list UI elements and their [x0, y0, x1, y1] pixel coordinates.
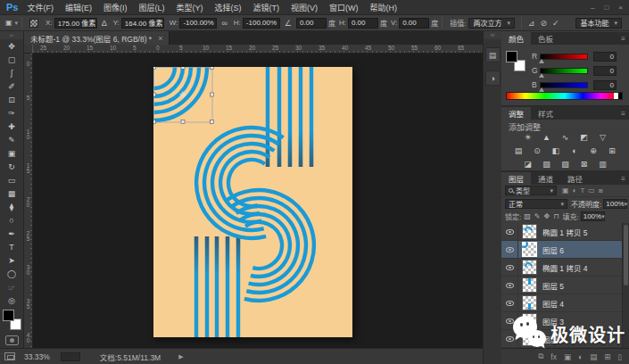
scrollbar-thumb[interactable] — [624, 225, 628, 285]
toolbox-collapse-icon[interactable]: ›› — [0, 31, 23, 39]
color-lookup-icon[interactable]: ⊞ — [606, 145, 618, 156]
clone-stamp-tool[interactable]: ▣ — [0, 146, 23, 160]
layer-row[interactable]: 图层 4 — [501, 294, 622, 312]
layer-thumbnail[interactable] — [522, 260, 537, 275]
filter-pixel-layers-icon[interactable]: ▣ — [562, 186, 569, 195]
layer-visibility-eye-icon[interactable] — [506, 283, 514, 288]
adjustment-layer-icon[interactable]: ◐ — [578, 352, 583, 361]
dodge-tool[interactable]: ○ — [0, 213, 23, 227]
filter-adjustment-layers-icon[interactable]: ◐ — [573, 186, 577, 195]
layer-thumbnail[interactable] — [522, 277, 537, 293]
opacity-value[interactable]: 100%▾ — [603, 199, 627, 209]
document-tab[interactable]: 未标题-1 @ 33.3%(图层 6, RGB/8) * × — [24, 31, 170, 45]
channel-slider[interactable] — [540, 54, 588, 60]
slider-thumb[interactable] — [539, 87, 544, 92]
layer-visibility-eye-icon[interactable] — [506, 318, 514, 324]
move-tool[interactable]: ✥ — [0, 39, 23, 53]
menu-item[interactable]: 图像(I) — [103, 2, 128, 13]
menu-item[interactable]: 滤镜(T) — [252, 2, 279, 13]
width-input[interactable]: -100.00% — [179, 18, 217, 29]
layer-thumbnail[interactable] — [522, 242, 537, 257]
shape-tool[interactable]: ◯ — [0, 267, 23, 280]
x-input[interactable]: 175.00 像素 — [54, 18, 97, 29]
layer-thumbnail[interactable] — [522, 295, 537, 310]
layer-thumbnail[interactable] — [522, 331, 537, 346]
layer-row[interactable]: 图层 6 — [501, 241, 622, 259]
black-white-icon[interactable]: ◧ — [550, 145, 562, 156]
pen-tool[interactable]: ✒ — [0, 227, 23, 240]
eyedropper-tool[interactable]: ✑ — [0, 106, 23, 120]
path-selection-tool[interactable]: ➤ — [0, 253, 23, 267]
hand-tool[interactable]: ☞ — [0, 280, 23, 294]
layer-filter-select[interactable]: 类型 ▾ — [505, 186, 557, 195]
channel-mixer-icon[interactable]: ⊕ — [587, 145, 600, 156]
lock-transparent-icon[interactable]: ▨ — [524, 212, 531, 220]
visibility-cell[interactable] — [501, 294, 518, 311]
maximize-button[interactable]: □ — [604, 4, 608, 12]
link-layers-icon[interactable]: ⧉ — [538, 352, 543, 361]
layer-thumbnail[interactable] — [522, 313, 537, 328]
healing-brush-tool[interactable]: ✚ — [0, 120, 23, 133]
layer-row[interactable]: 椭圆 1 拷贝 5 — [501, 223, 622, 241]
reference-point-locator[interactable] — [29, 19, 38, 28]
warp-mode-icon[interactable]: ⊿ — [528, 19, 535, 28]
minimize-button[interactable]: – — [591, 4, 594, 12]
brightness-contrast-icon[interactable]: ☀ — [522, 132, 534, 143]
color-balance-icon[interactable]: ⊙ — [531, 145, 543, 156]
layer-visibility-eye-icon[interactable] — [506, 229, 514, 235]
layer-visibility-eye-icon[interactable] — [506, 247, 514, 252]
relative-position-toggle[interactable]: Δ — [102, 19, 107, 28]
channel-value[interactable]: 0 — [593, 66, 617, 76]
panel-menu-icon[interactable]: ≡ — [621, 110, 625, 118]
panel-menu-icon[interactable]: ≡ — [621, 35, 625, 43]
channel-slider[interactable] — [540, 68, 588, 74]
visibility-cell[interactable] — [501, 223, 518, 240]
menu-item[interactable]: 窗口(W) — [329, 2, 359, 13]
channel-value[interactable]: 0 — [593, 52, 617, 62]
visibility-cell[interactable] — [501, 277, 518, 294]
curves-icon[interactable]: ∿ — [559, 132, 572, 143]
brush-tool[interactable]: ✎ — [0, 133, 23, 146]
history-brush-tool[interactable]: ↻ — [0, 160, 23, 173]
tab-paths[interactable]: 路径 — [560, 172, 590, 185]
layer-group-icon[interactable]: ▤ — [590, 352, 597, 361]
photo-filter-icon[interactable]: ◐ — [568, 145, 581, 156]
hue-saturation-icon[interactable]: ▤ — [512, 145, 525, 156]
gradient-map-icon[interactable]: ▥ — [597, 159, 609, 170]
menu-item[interactable]: 文件(F) — [27, 2, 54, 13]
layer-row[interactable]: 图层 5 — [501, 277, 622, 294]
eraser-tool[interactable]: ▭ — [0, 173, 23, 186]
channel-slider[interactable] — [540, 82, 588, 88]
foreground-color-swatch[interactable] — [506, 51, 517, 62]
tab-channels[interactable]: 通道 — [531, 172, 560, 185]
v-skew-input[interactable]: 0.00 — [399, 18, 429, 29]
marquee-tool[interactable]: ▢ — [0, 53, 23, 66]
threshold-icon[interactable]: ▧ — [559, 159, 572, 170]
commit-transform-button[interactable]: ✓ — [552, 19, 559, 28]
history-panel-icon[interactable]: ▤ — [485, 47, 501, 62]
workspace-select[interactable]: 基本功能▾ — [575, 18, 622, 29]
channel-value[interactable]: 0 — [593, 80, 617, 90]
lock-pixels-icon[interactable]: ✎ — [534, 212, 541, 220]
delete-layer-icon[interactable]: ▯ — [617, 352, 622, 361]
layer-name[interactable]: 椭圆 1 拷贝 5 — [542, 227, 588, 237]
gradient-tool[interactable]: ▦ — [0, 186, 23, 200]
lock-all-icon[interactable]: ⊓ — [553, 212, 559, 220]
slider-thumb[interactable] — [539, 73, 544, 78]
tool-preset-icon[interactable]: ▣▾ — [5, 19, 18, 27]
crop-tool[interactable]: ⊡ — [0, 93, 23, 106]
status-field[interactable] — [61, 352, 80, 361]
tab-color[interactable]: 颜色 — [501, 32, 531, 45]
layer-name[interactable]: 图层 4 — [542, 298, 564, 309]
tab-layers[interactable]: 图层 — [501, 172, 531, 185]
layers-scrollbar[interactable] — [622, 223, 629, 348]
lasso-tool[interactable]: ʃ — [0, 66, 23, 79]
visibility-cell[interactable] — [501, 312, 518, 329]
vibrance-icon[interactable]: ▽ — [597, 132, 609, 143]
lock-position-icon[interactable]: ✥ — [544, 212, 550, 220]
properties-panel-icon[interactable]: ◑ — [485, 70, 501, 86]
levels-icon[interactable]: ▲ — [541, 132, 553, 143]
fill-value[interactable]: 100%▾ — [581, 211, 605, 221]
visibility-cell[interactable] — [501, 259, 518, 276]
height-input[interactable]: -100.00% — [243, 18, 280, 29]
